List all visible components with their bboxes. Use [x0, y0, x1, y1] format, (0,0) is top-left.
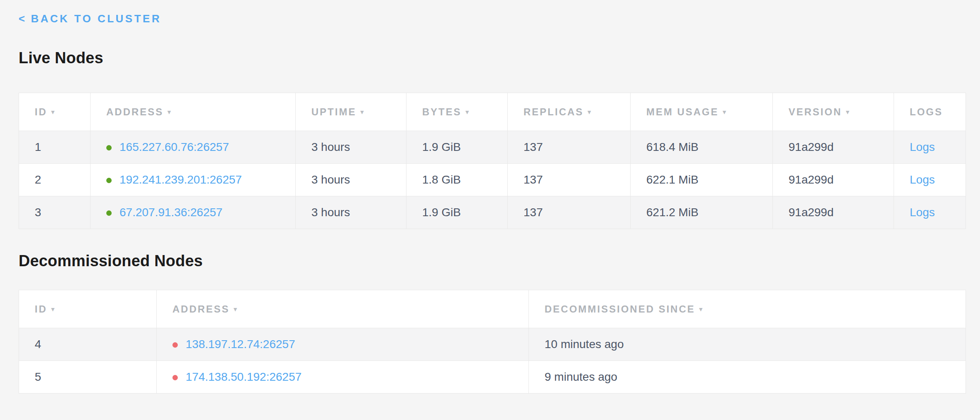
live-status-dot-icon	[106, 210, 112, 216]
node-id-cell: 2	[19, 164, 91, 196]
node-replicas-cell: 137	[508, 196, 631, 229]
node-decommissioned-since-cell: 10 minutes ago	[529, 328, 966, 361]
node-address-link[interactable]: 67.207.91.36:26257	[120, 206, 222, 219]
sort-arrow-icon: ▾	[167, 108, 172, 115]
node-address-link[interactable]: 192.241.239.201:26257	[120, 173, 242, 186]
live-status-dot-icon	[106, 178, 112, 183]
table-row: 1 165.227.60.76:26257 3 hours 1.9 GiB 13…	[19, 131, 966, 164]
column-header-id[interactable]: ID▾	[19, 290, 157, 328]
column-header-decommissioned-since[interactable]: DECOMMISSIONED SINCE▾	[529, 290, 966, 328]
sort-arrow-icon: ▾	[466, 108, 470, 115]
node-uptime-cell: 3 hours	[296, 131, 406, 164]
sort-arrow-icon: ▾	[846, 108, 851, 115]
header-row: ID▾ ADDRESS▾ DECOMMISSIONED SINCE▾	[19, 290, 966, 328]
decommissioned-status-dot-icon	[172, 342, 178, 348]
live-status-dot-icon	[106, 145, 112, 150]
column-label: UPTIME	[311, 106, 356, 117]
sort-arrow-icon: ▾	[51, 305, 56, 313]
node-uptime-cell: 3 hours	[296, 196, 406, 229]
node-address-cell: 165.227.60.76:26257	[91, 131, 296, 164]
node-bytes-cell: 1.9 GiB	[406, 196, 508, 229]
sort-arrow-icon: ▾	[361, 108, 365, 115]
node-decommissioned-since-cell: 9 minutes ago	[529, 361, 966, 394]
node-replicas-cell: 137	[508, 131, 631, 164]
node-id-cell: 3	[19, 196, 91, 229]
node-logs-cell: Logs	[894, 131, 966, 164]
column-label: MEM USAGE	[646, 106, 719, 117]
column-label: ADDRESS	[106, 106, 163, 117]
node-address-cell: 138.197.12.74:26257	[157, 328, 529, 361]
sort-arrow-icon: ▾	[588, 108, 592, 115]
decommissioned-nodes-table: ID▾ ADDRESS▾ DECOMMISSIONED SINCE▾ 4 138…	[19, 290, 966, 394]
node-address-link[interactable]: 174.138.50.192:26257	[186, 370, 301, 383]
node-logs-cell: Logs	[894, 164, 966, 196]
sort-arrow-icon: ▾	[699, 305, 704, 313]
node-address-cell: 192.241.239.201:26257	[91, 164, 296, 196]
node-version-cell: 91a299d	[773, 131, 894, 164]
column-label: VERSION	[789, 106, 842, 117]
node-id-cell: 1	[19, 131, 91, 164]
node-id-cell: 4	[19, 328, 157, 361]
node-logs-link[interactable]: Logs	[910, 173, 935, 186]
column-header-logs: LOGS	[894, 93, 966, 131]
node-address-link[interactable]: 138.197.12.74:26257	[186, 338, 295, 351]
node-mem-usage-cell: 622.1 MiB	[631, 164, 773, 196]
column-header-version[interactable]: VERSION▾	[773, 93, 894, 131]
table-row: 3 67.207.91.36:26257 3 hours 1.9 GiB 137…	[19, 196, 966, 229]
column-label: ADDRESS	[172, 303, 229, 315]
sort-arrow-icon: ▾	[234, 305, 238, 313]
node-address-cell: 67.207.91.36:26257	[91, 196, 296, 229]
node-replicas-cell: 137	[508, 164, 631, 196]
table-row: 2 192.241.239.201:26257 3 hours 1.8 GiB …	[19, 164, 966, 196]
column-header-replicas[interactable]: REPLICAS▾	[508, 93, 631, 131]
node-uptime-cell: 3 hours	[296, 164, 406, 196]
column-label: ID	[35, 106, 47, 117]
column-header-mem-usage[interactable]: MEM USAGE▾	[631, 93, 773, 131]
node-address-cell: 174.138.50.192:26257	[157, 361, 529, 394]
node-version-cell: 91a299d	[773, 164, 894, 196]
back-chevron-icon: <	[19, 12, 27, 25]
column-header-id[interactable]: ID▾	[19, 93, 91, 131]
node-logs-link[interactable]: Logs	[910, 206, 935, 219]
live-nodes-table: ID▾ ADDRESS▾ UPTIME▾ BYTES▾ REPLICAS▾ ME…	[19, 93, 966, 229]
decommissioned-nodes-title: Decommissioned Nodes	[19, 252, 963, 270]
column-label: LOGS	[910, 106, 943, 117]
node-logs-link[interactable]: Logs	[910, 141, 935, 153]
column-label: ID	[35, 303, 47, 315]
column-label: DECOMMISSIONED SINCE	[545, 303, 695, 315]
sort-arrow-icon: ▾	[723, 108, 727, 115]
column-header-uptime[interactable]: UPTIME▾	[296, 93, 406, 131]
live-nodes-title: Live Nodes	[19, 49, 963, 67]
column-header-address[interactable]: ADDRESS▾	[157, 290, 529, 328]
back-link-label: BACK TO CLUSTER	[31, 12, 161, 25]
node-address-link[interactable]: 165.227.60.76:26257	[120, 141, 229, 153]
table-row: 5 174.138.50.192:26257 9 minutes ago	[19, 361, 966, 394]
node-mem-usage-cell: 621.2 MiB	[631, 196, 773, 229]
column-header-address[interactable]: ADDRESS▾	[91, 93, 296, 131]
decommissioned-status-dot-icon	[172, 375, 178, 380]
node-bytes-cell: 1.9 GiB	[406, 131, 508, 164]
node-mem-usage-cell: 618.4 MiB	[631, 131, 773, 164]
node-logs-cell: Logs	[894, 196, 966, 229]
header-row: ID▾ ADDRESS▾ UPTIME▾ BYTES▾ REPLICAS▾ ME…	[19, 93, 966, 131]
back-to-cluster-link[interactable]: <BACK TO CLUSTER	[19, 12, 161, 25]
column-label: BYTES	[422, 106, 461, 117]
node-bytes-cell: 1.8 GiB	[406, 164, 508, 196]
column-label: REPLICAS	[523, 106, 583, 117]
node-version-cell: 91a299d	[773, 196, 894, 229]
sort-arrow-icon: ▾	[51, 108, 56, 115]
node-id-cell: 5	[19, 361, 157, 394]
column-header-bytes[interactable]: BYTES▾	[406, 93, 508, 131]
table-row: 4 138.197.12.74:26257 10 minutes ago	[19, 328, 966, 361]
